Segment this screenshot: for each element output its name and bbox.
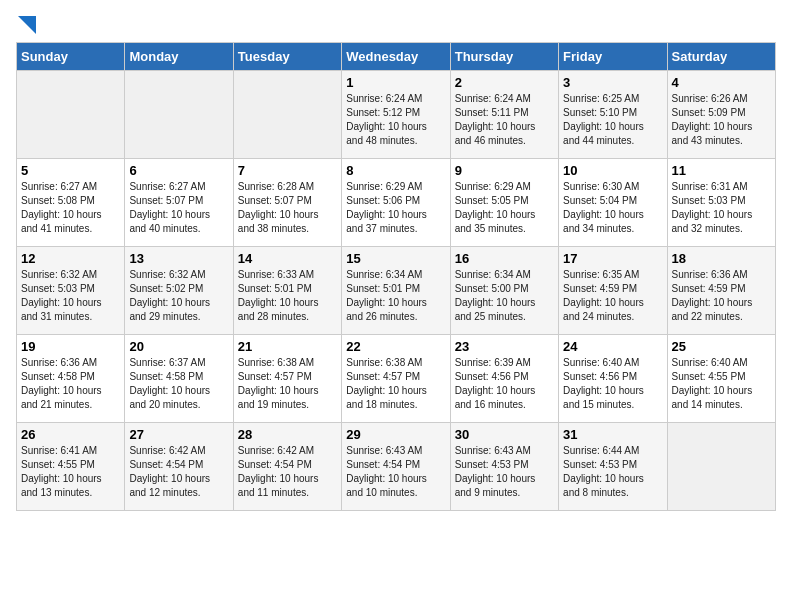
weekday-header-wednesday: Wednesday xyxy=(342,43,450,71)
day-number: 19 xyxy=(21,339,120,354)
day-info: Sunrise: 6:32 AMSunset: 5:02 PMDaylight:… xyxy=(129,268,228,324)
calendar-cell: 20Sunrise: 6:37 AMSunset: 4:58 PMDayligh… xyxy=(125,335,233,423)
day-info: Sunrise: 6:41 AMSunset: 4:55 PMDaylight:… xyxy=(21,444,120,500)
logo xyxy=(16,16,36,34)
calendar-cell: 18Sunrise: 6:36 AMSunset: 4:59 PMDayligh… xyxy=(667,247,775,335)
day-number: 12 xyxy=(21,251,120,266)
day-info: Sunrise: 6:38 AMSunset: 4:57 PMDaylight:… xyxy=(346,356,445,412)
day-info: Sunrise: 6:36 AMSunset: 4:59 PMDaylight:… xyxy=(672,268,771,324)
week-row-4: 19Sunrise: 6:36 AMSunset: 4:58 PMDayligh… xyxy=(17,335,776,423)
day-number: 22 xyxy=(346,339,445,354)
day-info: Sunrise: 6:27 AMSunset: 5:07 PMDaylight:… xyxy=(129,180,228,236)
day-info: Sunrise: 6:40 AMSunset: 4:55 PMDaylight:… xyxy=(672,356,771,412)
calendar-cell xyxy=(17,71,125,159)
day-number: 3 xyxy=(563,75,662,90)
day-number: 6 xyxy=(129,163,228,178)
day-number: 8 xyxy=(346,163,445,178)
calendar-cell: 19Sunrise: 6:36 AMSunset: 4:58 PMDayligh… xyxy=(17,335,125,423)
calendar-cell: 12Sunrise: 6:32 AMSunset: 5:03 PMDayligh… xyxy=(17,247,125,335)
calendar-cell: 27Sunrise: 6:42 AMSunset: 4:54 PMDayligh… xyxy=(125,423,233,511)
weekday-header-saturday: Saturday xyxy=(667,43,775,71)
week-row-2: 5Sunrise: 6:27 AMSunset: 5:08 PMDaylight… xyxy=(17,159,776,247)
calendar-cell: 13Sunrise: 6:32 AMSunset: 5:02 PMDayligh… xyxy=(125,247,233,335)
calendar-cell: 5Sunrise: 6:27 AMSunset: 5:08 PMDaylight… xyxy=(17,159,125,247)
calendar-cell: 7Sunrise: 6:28 AMSunset: 5:07 PMDaylight… xyxy=(233,159,341,247)
day-number: 23 xyxy=(455,339,554,354)
calendar-cell: 23Sunrise: 6:39 AMSunset: 4:56 PMDayligh… xyxy=(450,335,558,423)
calendar-cell: 6Sunrise: 6:27 AMSunset: 5:07 PMDaylight… xyxy=(125,159,233,247)
calendar-cell: 25Sunrise: 6:40 AMSunset: 4:55 PMDayligh… xyxy=(667,335,775,423)
logo-arrow-icon xyxy=(18,16,36,34)
day-info: Sunrise: 6:34 AMSunset: 5:00 PMDaylight:… xyxy=(455,268,554,324)
day-number: 15 xyxy=(346,251,445,266)
calendar-cell: 29Sunrise: 6:43 AMSunset: 4:54 PMDayligh… xyxy=(342,423,450,511)
calendar-cell: 1Sunrise: 6:24 AMSunset: 5:12 PMDaylight… xyxy=(342,71,450,159)
day-number: 1 xyxy=(346,75,445,90)
day-number: 26 xyxy=(21,427,120,442)
calendar-cell: 17Sunrise: 6:35 AMSunset: 4:59 PMDayligh… xyxy=(559,247,667,335)
calendar-cell: 31Sunrise: 6:44 AMSunset: 4:53 PMDayligh… xyxy=(559,423,667,511)
calendar-cell xyxy=(233,71,341,159)
calendar-cell: 22Sunrise: 6:38 AMSunset: 4:57 PMDayligh… xyxy=(342,335,450,423)
day-info: Sunrise: 6:30 AMSunset: 5:04 PMDaylight:… xyxy=(563,180,662,236)
day-info: Sunrise: 6:33 AMSunset: 5:01 PMDaylight:… xyxy=(238,268,337,324)
day-info: Sunrise: 6:43 AMSunset: 4:53 PMDaylight:… xyxy=(455,444,554,500)
day-number: 28 xyxy=(238,427,337,442)
weekday-header-sunday: Sunday xyxy=(17,43,125,71)
calendar-cell: 26Sunrise: 6:41 AMSunset: 4:55 PMDayligh… xyxy=(17,423,125,511)
calendar-cell: 4Sunrise: 6:26 AMSunset: 5:09 PMDaylight… xyxy=(667,71,775,159)
weekday-header-friday: Friday xyxy=(559,43,667,71)
week-row-1: 1Sunrise: 6:24 AMSunset: 5:12 PMDaylight… xyxy=(17,71,776,159)
day-info: Sunrise: 6:29 AMSunset: 5:05 PMDaylight:… xyxy=(455,180,554,236)
day-number: 25 xyxy=(672,339,771,354)
calendar-cell: 10Sunrise: 6:30 AMSunset: 5:04 PMDayligh… xyxy=(559,159,667,247)
day-info: Sunrise: 6:43 AMSunset: 4:54 PMDaylight:… xyxy=(346,444,445,500)
calendar-cell xyxy=(125,71,233,159)
day-info: Sunrise: 6:38 AMSunset: 4:57 PMDaylight:… xyxy=(238,356,337,412)
day-info: Sunrise: 6:39 AMSunset: 4:56 PMDaylight:… xyxy=(455,356,554,412)
day-info: Sunrise: 6:44 AMSunset: 4:53 PMDaylight:… xyxy=(563,444,662,500)
calendar-cell: 3Sunrise: 6:25 AMSunset: 5:10 PMDaylight… xyxy=(559,71,667,159)
day-info: Sunrise: 6:26 AMSunset: 5:09 PMDaylight:… xyxy=(672,92,771,148)
day-number: 27 xyxy=(129,427,228,442)
day-number: 24 xyxy=(563,339,662,354)
day-number: 13 xyxy=(129,251,228,266)
calendar-cell: 15Sunrise: 6:34 AMSunset: 5:01 PMDayligh… xyxy=(342,247,450,335)
day-info: Sunrise: 6:24 AMSunset: 5:12 PMDaylight:… xyxy=(346,92,445,148)
day-info: Sunrise: 6:25 AMSunset: 5:10 PMDaylight:… xyxy=(563,92,662,148)
day-info: Sunrise: 6:42 AMSunset: 4:54 PMDaylight:… xyxy=(129,444,228,500)
day-info: Sunrise: 6:34 AMSunset: 5:01 PMDaylight:… xyxy=(346,268,445,324)
calendar-cell: 28Sunrise: 6:42 AMSunset: 4:54 PMDayligh… xyxy=(233,423,341,511)
day-number: 29 xyxy=(346,427,445,442)
day-number: 30 xyxy=(455,427,554,442)
day-number: 31 xyxy=(563,427,662,442)
day-info: Sunrise: 6:42 AMSunset: 4:54 PMDaylight:… xyxy=(238,444,337,500)
day-number: 16 xyxy=(455,251,554,266)
weekday-header-row: SundayMondayTuesdayWednesdayThursdayFrid… xyxy=(17,43,776,71)
day-number: 17 xyxy=(563,251,662,266)
day-info: Sunrise: 6:31 AMSunset: 5:03 PMDaylight:… xyxy=(672,180,771,236)
day-number: 20 xyxy=(129,339,228,354)
calendar-cell: 24Sunrise: 6:40 AMSunset: 4:56 PMDayligh… xyxy=(559,335,667,423)
weekday-header-thursday: Thursday xyxy=(450,43,558,71)
calendar-cell xyxy=(667,423,775,511)
week-row-3: 12Sunrise: 6:32 AMSunset: 5:03 PMDayligh… xyxy=(17,247,776,335)
day-number: 21 xyxy=(238,339,337,354)
day-number: 2 xyxy=(455,75,554,90)
day-number: 9 xyxy=(455,163,554,178)
calendar-cell: 16Sunrise: 6:34 AMSunset: 5:00 PMDayligh… xyxy=(450,247,558,335)
day-info: Sunrise: 6:28 AMSunset: 5:07 PMDaylight:… xyxy=(238,180,337,236)
day-info: Sunrise: 6:35 AMSunset: 4:59 PMDaylight:… xyxy=(563,268,662,324)
calendar-cell: 11Sunrise: 6:31 AMSunset: 5:03 PMDayligh… xyxy=(667,159,775,247)
day-info: Sunrise: 6:32 AMSunset: 5:03 PMDaylight:… xyxy=(21,268,120,324)
day-number: 14 xyxy=(238,251,337,266)
day-number: 7 xyxy=(238,163,337,178)
calendar-cell: 2Sunrise: 6:24 AMSunset: 5:11 PMDaylight… xyxy=(450,71,558,159)
day-number: 4 xyxy=(672,75,771,90)
calendar-cell: 21Sunrise: 6:38 AMSunset: 4:57 PMDayligh… xyxy=(233,335,341,423)
day-number: 10 xyxy=(563,163,662,178)
weekday-header-tuesday: Tuesday xyxy=(233,43,341,71)
day-number: 5 xyxy=(21,163,120,178)
day-number: 18 xyxy=(672,251,771,266)
week-row-5: 26Sunrise: 6:41 AMSunset: 4:55 PMDayligh… xyxy=(17,423,776,511)
